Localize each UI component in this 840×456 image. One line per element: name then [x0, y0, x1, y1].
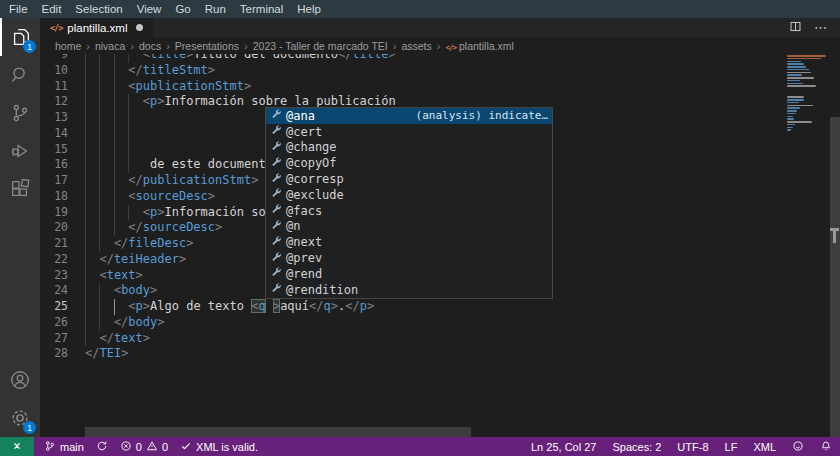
breadcrumb-item[interactable]: </>plantilla.xml [445, 40, 513, 52]
indent-guide [85, 126, 86, 142]
status-problems[interactable]: 00 [114, 437, 174, 456]
indent-guide [99, 205, 100, 221]
explorer-badge: 1 [23, 40, 36, 53]
modified-dot-icon[interactable] [136, 24, 143, 31]
indent-guide [99, 283, 100, 299]
suggest-item[interactable]: @exclude [266, 187, 552, 203]
status-right: Ln 25, Col 27Spaces: 2UTF-8LFXML [523, 437, 840, 456]
suggest-item[interactable]: @cert [266, 124, 552, 140]
property-icon [270, 140, 282, 155]
indent-guide [99, 94, 100, 110]
menu-item-selection[interactable]: Selection [68, 0, 129, 18]
property-icon [270, 156, 282, 171]
extensions-icon[interactable] [0, 170, 40, 208]
property-icon [270, 172, 282, 187]
indent-guide [99, 54, 100, 63]
menu-item-edit[interactable]: Edit [35, 0, 69, 18]
bracket-match-highlight: <q [251, 299, 265, 313]
suggest-item[interactable]: @prev [266, 250, 552, 266]
status-remote-indicator[interactable] [0, 437, 34, 456]
horizontal-scrollbar[interactable] [85, 427, 471, 437]
status-eol[interactable]: LF [717, 437, 746, 456]
suggest-item[interactable]: @facs [266, 203, 552, 219]
split-editor-button[interactable] [789, 19, 802, 37]
suggest-label: @n [286, 219, 300, 233]
vertical-scrollbar[interactable] [830, 117, 840, 437]
indent-guide [85, 331, 86, 347]
suggest-item[interactable]: @corresp [266, 171, 552, 187]
indent-guide [85, 79, 86, 95]
indent-guide [85, 54, 86, 63]
account-icon[interactable] [0, 361, 40, 399]
suggest-item[interactable]: @rend [266, 266, 552, 282]
menu-item-help[interactable]: Help [290, 0, 328, 18]
suggest-item[interactable]: @rendition [266, 282, 552, 298]
tab-label: plantilla.xml [67, 22, 127, 34]
more-actions-button[interactable]: ⋯ [814, 23, 828, 33]
line-number: 28 [40, 346, 85, 362]
status-left: main00XML is valid. [0, 437, 264, 456]
indent-guide [128, 54, 129, 63]
suggest-item[interactable]: @ana(analysis) indicate… [266, 108, 552, 124]
status-indentation[interactable]: Spaces: 2 [604, 437, 669, 456]
search-icon[interactable] [0, 56, 40, 94]
breadcrumb-separator: › [130, 40, 134, 52]
breadcrumb-item[interactable]: Presentations [175, 40, 239, 52]
suggest-label: @change [286, 140, 337, 154]
status-git-branch[interactable]: main [38, 437, 90, 456]
indent-guide [128, 205, 129, 221]
suggest-item[interactable]: @n [266, 219, 552, 235]
indent-guide [85, 299, 86, 315]
breadcrumb-item[interactable]: home [55, 40, 81, 52]
status-notifications[interactable] [812, 437, 840, 456]
suggest-item[interactable]: @change [266, 140, 552, 156]
status-sync-button[interactable] [90, 437, 114, 456]
indent-guide [99, 110, 100, 126]
suggest-item[interactable]: @next [266, 234, 552, 250]
indent-guide [128, 126, 129, 142]
property-icon [270, 187, 282, 202]
minimap[interactable] [787, 55, 829, 137]
menu-item-go[interactable]: Go [168, 0, 197, 18]
indent-guide [85, 236, 86, 252]
line-number: 13 [40, 110, 85, 126]
line-number: 22 [40, 252, 85, 268]
settings-gear-icon[interactable]: 1 [0, 399, 40, 437]
code-line-25: 25<p>Algo de texto <q >aquí</q>.</p> [40, 299, 840, 315]
indent-guide [114, 189, 115, 205]
line-number: 24 [40, 283, 85, 299]
line-number: 10 [40, 63, 85, 79]
line-number: 12 [40, 94, 85, 110]
status-feedback[interactable] [784, 437, 812, 456]
indent-guide [85, 268, 86, 284]
explorer-icon[interactable]: 1 [0, 18, 40, 56]
line-number: 26 [40, 315, 85, 331]
indent-guide [85, 315, 86, 331]
breadcrumb-item[interactable]: assets [401, 40, 431, 52]
indent-guide [114, 157, 115, 173]
tab-plantilla-xml[interactable]: </> plantilla.xml [40, 18, 153, 37]
breadcrumb-item[interactable]: 2023 - Taller de marcado TEI [253, 40, 388, 52]
status-language-mode[interactable]: XML [745, 437, 784, 456]
indent-guide [114, 299, 115, 315]
ibeam-mouse-cursor [830, 228, 839, 244]
suggest-item[interactable]: @copyOf [266, 155, 552, 171]
indent-guide [85, 173, 86, 189]
run-debug-icon[interactable] [0, 132, 40, 170]
menu-item-file[interactable]: File [2, 0, 35, 18]
menu-item-run[interactable]: Run [198, 0, 233, 18]
status-cursor-position[interactable]: Ln 25, Col 27 [523, 437, 604, 456]
menu-item-view[interactable]: View [130, 0, 169, 18]
remote-indicator-icon [11, 440, 23, 454]
git-branch-icon [44, 440, 56, 454]
breadcrumb-item[interactable]: nivaca [95, 40, 125, 52]
code-line-26: 26</body> [40, 315, 840, 331]
menu-item-terminal[interactable]: Terminal [233, 0, 290, 18]
status-xml-valid[interactable]: XML is valid. [174, 437, 264, 456]
suggest-label: @rendition [286, 283, 358, 297]
property-icon [270, 251, 282, 266]
breadcrumb-item[interactable]: docs [139, 40, 161, 52]
source-control-icon[interactable] [0, 94, 40, 132]
indent-guide [128, 142, 129, 158]
status-encoding[interactable]: UTF-8 [669, 437, 716, 456]
